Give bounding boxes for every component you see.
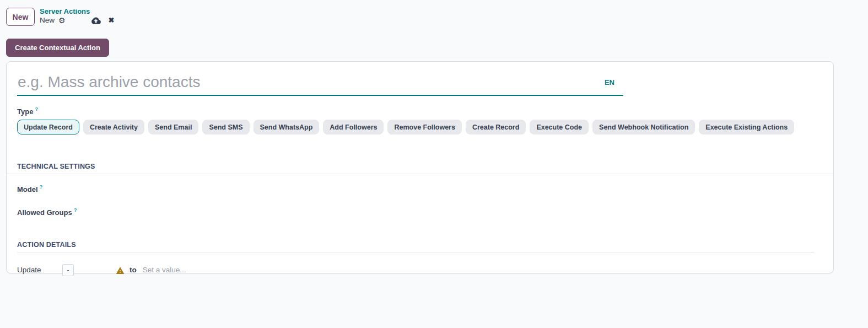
field-selector-dropdown[interactable]: - [62,264,74,276]
type-field-label-row: Type? [17,106,823,116]
type-option-create-activity[interactable]: Create Activity [83,120,144,135]
model-label: Model [17,186,38,194]
title-field-wrap: EN [17,73,623,96]
technical-settings-heading: TECHNICAL SETTINGS [17,163,823,170]
update-field-row: Update - to Set a value... [17,264,823,276]
type-label: Type [17,107,33,116]
help-marker-icon: ? [35,106,38,112]
type-option-send-webhook-notification[interactable]: Send Webhook Notification [592,120,695,135]
translation-lang-button[interactable]: EN [605,78,614,87]
type-option-send-whatsapp[interactable]: Send WhatsApp [254,120,320,135]
type-option-execute-code[interactable]: Execute Code [530,120,589,135]
type-option-create-record[interactable]: Create Record [466,120,526,135]
breadcrumb-parent-link[interactable]: Server Actions [40,7,114,15]
action-name-input[interactable] [17,73,623,96]
type-option-update-record[interactable]: Update Record [17,120,79,135]
model-field-row: Model? [17,184,823,194]
type-option-execute-existing-actions[interactable]: Execute Existing Actions [699,120,794,135]
warning-icon [116,266,125,274]
action-details-heading: ACTION DETAILS [17,241,823,249]
section-action-details: ACTION DETAILS [17,241,823,252]
action-toolbar: Create Contextual Action [0,32,868,57]
server-action-form-card: EN Type? Update Record Create Activity S… [6,61,834,273]
section-divider [17,252,815,252]
gear-icon[interactable]: ⚙ [58,16,66,25]
allowed-groups-label: Allowed Groups [17,208,72,217]
cloud-upload-save-icon[interactable] [91,17,101,25]
create-contextual-action-button[interactable]: Create Contextual Action [6,39,109,57]
type-option-send-email[interactable]: Send Email [148,120,198,135]
discard-close-icon[interactable]: ✖ [109,16,115,25]
breadcrumb-current: New [40,16,55,25]
type-option-add-followers[interactable]: Add Followers [323,120,384,135]
allowed-groups-field-row: Allowed Groups? [17,207,823,217]
update-label: Update [17,266,62,274]
to-label: to [130,266,137,274]
breadcrumb: New Server Actions New ⚙ ✖ [0,0,868,32]
set-value-input[interactable]: Set a value... [143,266,186,274]
type-button-group: Update Record Create Activity Send Email… [17,120,823,135]
section-divider [7,174,833,174]
help-marker-icon: ? [40,184,43,190]
status-badge: New [6,8,35,26]
section-technical-settings: TECHNICAL SETTINGS [17,163,823,174]
type-option-remove-followers[interactable]: Remove Followers [387,120,461,135]
help-marker-icon: ? [74,207,77,213]
type-option-send-sms[interactable]: Send SMS [202,120,249,135]
